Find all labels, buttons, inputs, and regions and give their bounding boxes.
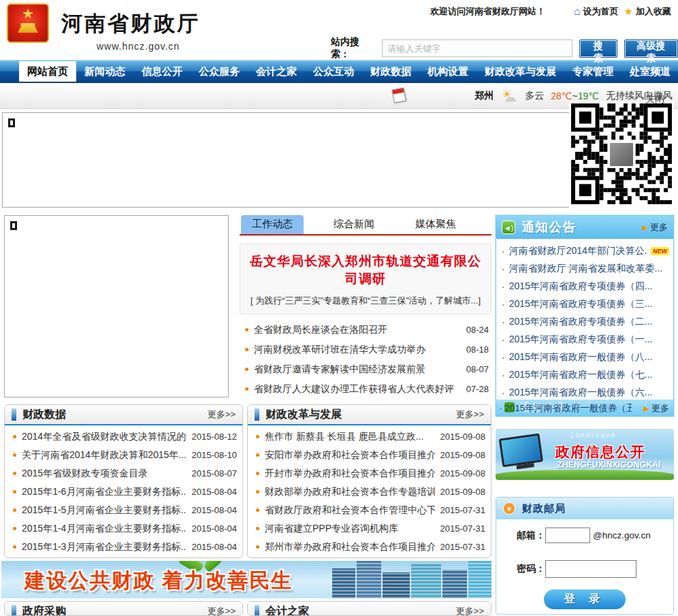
article-date: 2015-09-08 [440,432,486,442]
list-item: 2015年1-5月河南省企业主要财务指标... 2015-08-04 [10,501,237,519]
add-favorite-link[interactable]: ★ 加入收藏 [624,5,671,18]
article-link[interactable]: 2015年1-4月河南省企业主要财务指标... [22,523,187,535]
bullet-icon [256,508,259,512]
procurement-panel: 政府采购 更多>> [4,601,243,616]
accounting-more-link[interactable]: 更多>> [456,605,484,616]
news-tab[interactable]: 综合新闻 [323,215,385,234]
qr-center-logo [608,141,635,168]
set-home-link[interactable]: ⌂ 设为首页 [574,5,619,18]
procurement-header: 政府采购 更多>> [5,602,242,616]
reform-header: 财政改革与发展 更多>> [248,405,491,425]
monitor-graphic [499,433,549,474]
nav-item[interactable]: 网站首页 [19,61,76,82]
broken-image-icon [8,118,15,127]
bullet-icon [13,435,16,438]
news-tab[interactable]: 媒体聚焦 [404,215,467,234]
article-link[interactable]: 财政部举办政府和社会资本合作专题培训... [265,486,435,498]
notice-more-link[interactable]: 更多 [650,221,668,233]
notice-link[interactable]: 2015年河南省政府一般债券（八... [509,351,653,363]
article-link[interactable]: 2015年1-3月河南省企业主要财务指标... [22,541,187,553]
qr-close-link[interactable]: 关闭 [645,93,664,106]
news-tab[interactable]: 工作动态 [241,215,304,234]
calendar-icon[interactable] [391,88,406,103]
nav-item[interactable]: 公众互动 [305,61,362,82]
search-button[interactable]: 搜 索 [579,39,617,58]
bullet-icon: · [502,387,505,398]
notice-link[interactable]: 2015年河南省政府专项债券（三... [509,298,653,310]
new-badge: NEW [651,247,669,255]
nav-item[interactable]: 会计之家 [248,61,305,82]
article-link[interactable]: 开封市举办政府和社会资本合作项目推介... [265,468,435,480]
article-link[interactable]: 郑州市举办政府和社会资本合作项目推介... [265,541,435,553]
article-link[interactable]: 省财政厅政府和社会资本合作管理中心下... [265,504,435,517]
news-row: 河南财税改革研讨班在清华大学成功举办 08-18 [240,340,491,359]
password-field[interactable] [545,560,636,578]
news-link[interactable]: 省财政厅邀请专家解读中国经济发展前景 [254,363,461,376]
list-item: 省财政厅政府和社会资本合作管理中心下... 2015-07-31 [253,501,485,519]
notice-panel: ◄) 通知公告 ▶ 更多 · 河南省财政厅2014年部门决算公... NEW ·… [496,215,674,417]
article-link[interactable]: 安阳市举办政府和社会资本合作项目推介... [265,449,435,461]
nav-item[interactable]: 财政改革与发展 [477,61,564,82]
email-suffix: @hncz.gov.cn [593,530,651,540]
nav-item[interactable]: 财政数据 [362,61,419,82]
nav-item[interactable]: 处室频道 [622,61,678,82]
notice-link[interactable]: 2015年河南省政府一般债券（七... [509,369,653,381]
home-icon: ⌂ [574,7,581,16]
procurement-more-link[interactable]: 更多>> [208,605,236,616]
nav-item[interactable]: 信息公开 [133,61,191,82]
article-link[interactable]: 2014年全省及省级财政收支决算情况的说... [22,431,187,443]
sun-cloud-icon: ☀☁ [500,89,518,103]
finance-data-more-link[interactable]: 更多>> [208,408,236,421]
notice-footer-more-link[interactable]: ▶更多 [644,402,669,415]
news-date: 08-18 [466,344,489,355]
bullet-icon [245,328,248,331]
article-link[interactable]: 关于河南省2014年财政决算和2015年... [22,449,187,461]
nav-item[interactable]: 专家管理 [564,61,622,82]
notice-link[interactable]: 河南省财政厅 河南省发展和改革委... [509,263,663,275]
headline-link[interactable]: 岳文华局长深入郑州市轨道交通有限公司调研 [250,254,481,286]
nav-item[interactable]: 公众服务 [191,61,248,82]
news-link[interactable]: 全省财政局长座谈会在洛阳召开 [254,324,461,336]
site-url: www.hncz.gov.cn [97,41,180,52]
notice-link[interactable]: 2015年河南省政府专项债券（二... [509,316,653,328]
accounting-header: 会计之家 更多>> [248,602,491,616]
article-date: 2015-08-04 [192,542,238,552]
notice-link[interactable]: 2015年河南省政府一般债券（五... [499,402,632,415]
search-input[interactable] [382,39,572,57]
nav-item[interactable]: 新闻动态 [76,61,133,82]
notice-link[interactable]: 2015年河南省政府专项债券（一... [509,334,653,346]
notice-link[interactable]: 2015年河南省政府一般债券（六... [509,387,653,399]
notice-link[interactable]: 河南省财政厅2014年部门决算公... [509,245,647,257]
login-button[interactable]: 登 录 [544,589,626,609]
list-item: 财政部举办政府和社会资本合作专题培训... 2015-09-08 [253,483,485,501]
article-date: 2015-08-04 [192,523,238,534]
email-field[interactable] [545,528,590,543]
news-link[interactable]: 省财政厅人大建议办理工作获得省人大代表好评 [254,383,461,395]
article-link[interactable]: 2015年1-5月河南省企业主要财务指标... [22,504,187,517]
news-date: 08-24 [466,325,489,335]
article-date: 2015-07-31 [440,523,486,534]
arrow-right-icon: ▶ [644,404,649,412]
article-link[interactable]: 河南省建立PPP专业咨询机构库 [265,523,435,535]
weather-city: 郑州 [474,90,494,102]
bullet-icon [13,453,16,457]
gov-info-title: 政府信息公开 [555,442,645,461]
bullet-icon [256,435,259,438]
advanced-search-button[interactable]: 高级搜索 [624,39,678,58]
slogan-banner[interactable]: 建设公共财政 着力改善民生 [1,561,491,598]
news-date: 07-28 [466,384,489,394]
news-link[interactable]: 河南财税改革研讨班在清华大学成功举办 [254,344,461,356]
bullet-icon [13,508,16,512]
list-item: 河南省建立PPP专业咨询机构库 2015-07-31 [253,519,485,538]
article-date: 2015-08-07 [192,468,238,479]
bullet-icon: · [502,263,505,274]
article-link[interactable]: 焦作市 新蔡县 长垣县 鹿邑县成立政... [265,431,435,443]
article-link[interactable]: 2015年1-6月河南省企业主要财务指标... [22,486,187,498]
reform-more-link[interactable]: 更多>> [456,408,484,421]
notice-link[interactable]: 2015年河南省政府专项债券（四... [509,280,653,293]
nav-item[interactable]: 机构设置 [419,61,477,82]
bullet-icon [256,472,259,475]
gov-info-banner[interactable]: Landscape 政府信息公开 ZHENGFUXINXIGONGKAI [496,429,674,480]
article-link[interactable]: 2015年省级财政专项资金目录 [22,468,187,480]
qr-code [569,101,674,208]
